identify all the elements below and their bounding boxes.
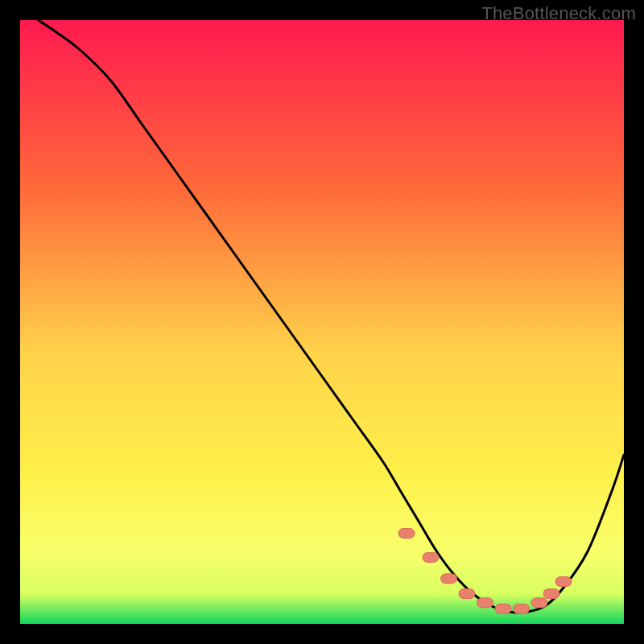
marker-dot — [477, 598, 493, 608]
bottleneck-chart — [20, 20, 624, 624]
watermark-text: TheBottleneck.com — [481, 3, 636, 24]
marker-dot — [495, 604, 511, 613]
gradient-background — [20, 20, 624, 624]
marker-dot — [531, 598, 547, 608]
marker-dot — [555, 577, 572, 587]
plot-area — [20, 20, 624, 624]
marker-dot — [459, 589, 475, 599]
marker-dot — [441, 574, 457, 584]
marker-dot — [514, 604, 530, 613]
marker-dot — [543, 589, 559, 599]
marker-dot — [423, 553, 439, 563]
marker-dot — [398, 529, 415, 539]
chart-frame: TheBottleneck.com — [0, 0, 644, 644]
